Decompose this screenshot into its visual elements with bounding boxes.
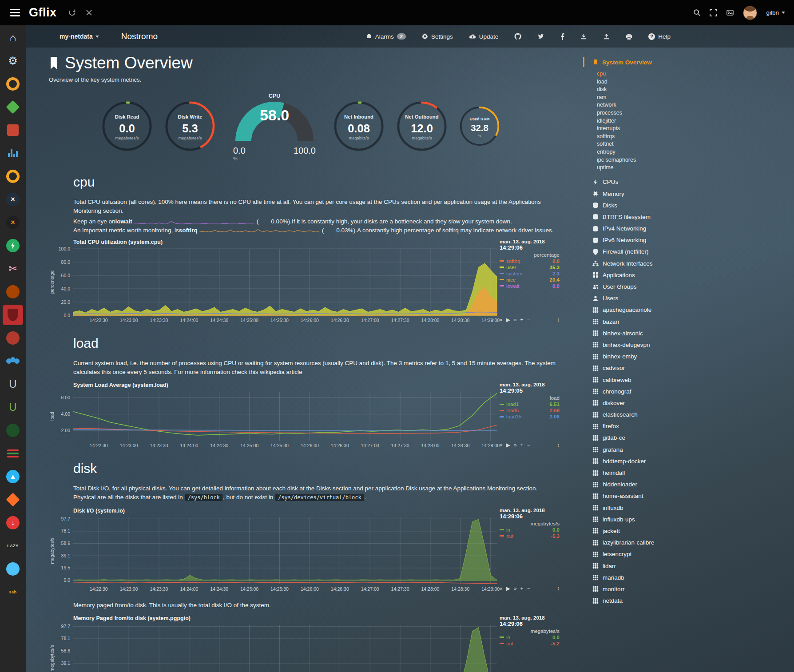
toc-container-bazarr[interactable]: bazarr bbox=[583, 316, 794, 327]
toc-container-jackett[interactable]: jackett bbox=[583, 525, 794, 537]
toc-container-elasticsearch[interactable]: elasticsearch bbox=[583, 409, 794, 420]
facebook-button[interactable] bbox=[558, 32, 567, 40]
toc-sub-idlejitter[interactable]: idlejitter bbox=[597, 117, 794, 125]
legend-item-in[interactable]: in0.0 bbox=[500, 527, 560, 533]
sidebar-app-blue-bars[interactable] bbox=[3, 143, 23, 163]
toc-container-lidarr[interactable]: lidarr bbox=[583, 560, 794, 572]
zoom-in-button[interactable]: + bbox=[520, 585, 524, 592]
toc-container-grafana[interactable]: grafana bbox=[583, 444, 794, 455]
pan-left-button[interactable]: « bbox=[500, 585, 503, 592]
sidebar-app-red-stack[interactable] bbox=[3, 120, 23, 140]
sidebar-app-blue-arrow-tile[interactable]: ▲ bbox=[3, 466, 23, 487]
sidebar-app-home[interactable]: ⌂ bbox=[3, 28, 23, 48]
toc-sub-load[interactable]: load bbox=[597, 78, 794, 86]
toc-container-cadvisor[interactable]: cadvisor bbox=[583, 362, 794, 374]
toc-container-calibreweb[interactable]: calibreweb bbox=[583, 374, 794, 386]
toc-sub-ram[interactable]: ram bbox=[597, 94, 794, 102]
gauge-disk-read[interactable]: Disk Read0.0megabytes/s bbox=[101, 100, 153, 154]
resize-handle[interactable]: ↕ bbox=[557, 317, 560, 323]
toc-section-ipv6-networking[interactable]: IPv6 Networking bbox=[583, 235, 794, 246]
sidebar-app-grey-u[interactable]: U bbox=[3, 374, 23, 394]
toc-sub-network[interactable]: network bbox=[597, 101, 794, 109]
toc-container-letsencrypt[interactable]: letsencrypt bbox=[583, 549, 794, 560]
legend-item-load5[interactable]: load52.68 bbox=[500, 408, 560, 413]
chart-canvas[interactable]: 14:22:3014:23:0014:23:3014:24:0014:24:30… bbox=[49, 389, 500, 449]
sidebar-app-orange-ring[interactable] bbox=[3, 74, 23, 94]
play-button[interactable]: ▶ bbox=[506, 442, 510, 448]
gauge-net-inbound[interactable]: Net Inbound0.08megabits/s bbox=[333, 100, 385, 154]
toc-container-apacheguacamole[interactable]: apacheguacamole bbox=[583, 304, 794, 316]
toc-container-binhex-airsonic[interactable]: binhex-airsonic bbox=[583, 327, 794, 339]
chart-canvas[interactable]: 14:22:3014:23:0014:23:3014:24:0014:24:30… bbox=[49, 246, 500, 324]
sidebar-app-red-shield[interactable] bbox=[3, 305, 23, 325]
zoom-out-button[interactable]: − bbox=[527, 442, 530, 448]
toc-container-netdata[interactable]: netdata bbox=[583, 595, 794, 606]
twitter-button[interactable] bbox=[535, 33, 547, 40]
sidebar-app-dark-x[interactable]: × bbox=[3, 189, 23, 210]
close-tab-button[interactable] bbox=[86, 9, 92, 16]
toc-container-binhex-emby[interactable]: binhex-emby bbox=[583, 351, 794, 362]
toc-section-users[interactable]: Users bbox=[583, 293, 794, 304]
gauge-net-outbound[interactable]: Net Outbound12.0megabits/s bbox=[396, 100, 448, 154]
toc-container-lazylibrarian-calibre[interactable]: lazylibrarian-calibre bbox=[583, 537, 794, 549]
legend-item-in[interactable]: in0.0 bbox=[500, 635, 560, 640]
hamburger-menu-button[interactable] bbox=[8, 7, 22, 18]
zoom-in-button[interactable]: + bbox=[520, 317, 524, 323]
play-button[interactable]: ▶ bbox=[506, 585, 510, 592]
toc-sub-entropy[interactable]: entropy bbox=[597, 148, 794, 156]
toc-section-firewall-netfilter-[interactable]: Firewall (netfilter) bbox=[583, 246, 794, 258]
toc-container-mariadb[interactable]: mariadb bbox=[583, 572, 794, 583]
toc-sub-processes[interactable]: processes bbox=[597, 109, 794, 117]
toc-sub-disk[interactable]: disk bbox=[597, 86, 794, 94]
play-button[interactable]: ▶ bbox=[506, 317, 510, 323]
toc-section-btrfs-filesystem[interactable]: BTRFS filesystem bbox=[583, 211, 794, 223]
sidebar-app-red-down-arrow[interactable]: ↓ bbox=[3, 513, 23, 533]
import-button[interactable] bbox=[578, 33, 590, 40]
chart-canvas[interactable]: 14:22:3014:23:0014:23:3014:24:0014:24:30… bbox=[49, 622, 500, 672]
gauge-disk-write[interactable]: Disk Write5.3megabytes/s bbox=[164, 100, 216, 154]
github-button[interactable] bbox=[512, 32, 524, 40]
toc-section-memory[interactable]: Memory bbox=[583, 188, 794, 199]
toc-container-diskover[interactable]: diskover bbox=[583, 397, 794, 409]
toc-container-influxdb[interactable]: influxdb bbox=[583, 502, 794, 513]
legend-item-nice[interactable]: nice20.4 bbox=[500, 277, 560, 282]
legend-item-softirq[interactable]: softirq0.0 bbox=[500, 258, 560, 264]
chart-canvas[interactable]: 14:22:3014:23:0014:23:3014:24:0014:24:30… bbox=[49, 515, 500, 593]
pan-left-button[interactable]: « bbox=[500, 442, 503, 448]
gauge-cpu[interactable]: CPU58.00.0100.0% bbox=[227, 91, 322, 163]
sidebar-app-green-diamond[interactable] bbox=[3, 97, 23, 117]
sidebar-app-amber-ring[interactable] bbox=[3, 166, 23, 187]
toc-sub-cpu[interactable]: cpu bbox=[597, 70, 794, 78]
toc-container-chronograf[interactable]: chronograf bbox=[583, 386, 794, 397]
toc-container-binhex-delugevpn[interactable]: binhex-delugevpn bbox=[583, 339, 794, 350]
toc-container-firefox[interactable]: firefox bbox=[583, 421, 794, 432]
toc-container-hiddenloader[interactable]: hiddenloader bbox=[583, 479, 794, 490]
fullscreen-button[interactable] bbox=[710, 9, 717, 16]
toc-sub-softnet[interactable]: softnet bbox=[597, 140, 794, 148]
legend-item-load15[interactable]: load152.06 bbox=[500, 414, 560, 419]
update-button[interactable]: Update bbox=[466, 33, 501, 40]
help-button[interactable]: ? Help bbox=[646, 33, 673, 40]
toc-container-influxdb-ups[interactable]: influxdb-ups bbox=[583, 513, 794, 525]
toc-sub-uptime[interactable]: uptime bbox=[597, 164, 794, 172]
legend-item-iowait[interactable]: iowait0.0 bbox=[500, 283, 560, 289]
sidebar-app-sab-text[interactable]: sab bbox=[3, 582, 23, 602]
sidebar-app-rust-circle[interactable] bbox=[3, 282, 23, 302]
toc-container-hddtemp-docker[interactable]: hddtemp-docker bbox=[583, 455, 794, 467]
alarms-button[interactable]: Alarms 2 bbox=[363, 33, 409, 40]
pan-left-button[interactable]: « bbox=[500, 317, 503, 323]
sidebar-app-orange-fox[interactable] bbox=[3, 489, 23, 510]
resize-handle[interactable]: ↕ bbox=[557, 442, 560, 448]
toc-section-disks[interactable]: Disks bbox=[583, 199, 794, 211]
toc-sub-interrupts[interactable]: interrupts bbox=[597, 125, 794, 133]
search-button[interactable] bbox=[693, 9, 701, 16]
sidebar-app-dark-green-circle[interactable] bbox=[3, 420, 23, 441]
sidebar-app-green-u[interactable]: U bbox=[3, 397, 23, 418]
sidebar-app-lazy-text[interactable]: LAZY bbox=[3, 536, 23, 556]
app-title[interactable]: Gflix bbox=[29, 6, 57, 20]
sidebar-app-blue-dots[interactable] bbox=[3, 351, 23, 371]
toc-system-overview[interactable]: System Overview bbox=[583, 57, 794, 67]
resize-handle[interactable]: ↕ bbox=[557, 585, 560, 592]
legend-item-load1[interactable]: load16.51 bbox=[500, 402, 560, 407]
toc-section-user-groups[interactable]: User Groups bbox=[583, 281, 794, 292]
